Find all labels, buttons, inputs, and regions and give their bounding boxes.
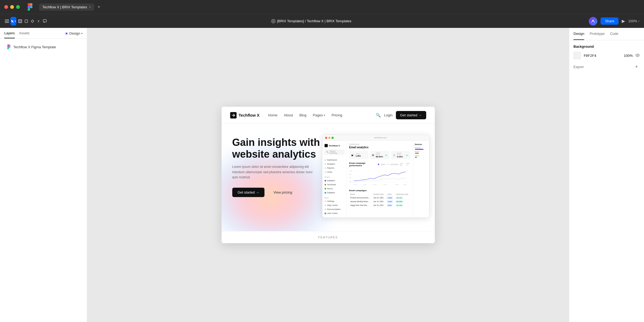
svg-point-12	[273, 20, 274, 22]
svg-text:Jan 20: Jan 20	[395, 184, 399, 185]
new-tab-button[interactable]: +	[95, 3, 103, 11]
dash-chart-legend: SENT ENTERED Jan 22 Jan 1	[378, 162, 410, 166]
svg-text:Jan 24: Jan 24	[403, 184, 407, 185]
comment-tool[interactable]	[42, 17, 47, 25]
device-bar-tablet	[415, 157, 417, 158]
frame-tool[interactable]	[17, 17, 23, 25]
dash-table-section: Email campaigns Email Publish date • Sen…	[349, 189, 410, 207]
svg-rect-3	[19, 20, 22, 23]
nav-home[interactable]: Home	[268, 113, 278, 117]
cell-email-1: Product Announcement...	[349, 196, 372, 200]
fullscreen-button[interactable]	[16, 5, 20, 9]
dash-table: Email Publish date • Sent • Delivered ra…	[349, 193, 410, 207]
hero-title: Gain insights with website analytics	[232, 137, 329, 160]
site-navbar: Techflow X Home About Blog Pages ▾ Prici…	[222, 107, 435, 124]
right-panel-content: Background F0F2F4 100% Export +	[569, 40, 644, 322]
layer-figma-icon	[6, 45, 11, 49]
devices-title: Devices	[415, 143, 428, 145]
play-button[interactable]: ▶	[622, 18, 625, 24]
svg-text:600: 600	[349, 177, 351, 179]
table-row: Product Announcement... Jan 24, 2024 1,0…	[349, 196, 410, 200]
color-hex[interactable]: F0F2F4	[584, 54, 596, 58]
legend-entered	[387, 164, 388, 165]
tab-close-icon[interactable]: ×	[89, 5, 91, 9]
toolbar-center: [BRIX Templates] / Techflow X | BRIX Tem…	[49, 19, 573, 23]
cell-rate-3: 64.78%	[395, 203, 410, 207]
dash-body: Techflow X 🔍 Search anything... Dashboar…	[322, 141, 429, 217]
hero-subtitle: Lorem ipsum dolor sit amet consectetur a…	[232, 164, 318, 180]
svg-rect-1	[5, 21, 9, 21]
table-row: January Monthly News... Jan 14, 2024 2,1…	[349, 200, 410, 203]
device-tablet: Tablet	[415, 155, 428, 158]
nav-about[interactable]: About	[284, 113, 293, 117]
main-area: Layers Assets Design ▾ Techflow X Figma …	[0, 28, 644, 322]
svg-text:Jan 8: Jan 8	[363, 184, 366, 185]
design-frame: Techflow X Home About Blog Pages ▾ Prici…	[222, 107, 435, 243]
dash-devices: Devices Desktop Mobile Tablet	[413, 141, 429, 217]
export-add-button[interactable]: +	[633, 64, 640, 70]
dash-chart-header: Email campaign performance SENT ENTERED …	[349, 162, 410, 167]
nav-pricing[interactable]: Pricing	[332, 113, 342, 117]
stat-icon-sent: ▶	[351, 153, 355, 157]
active-tab[interactable]: Techflow X | BRIX Templates ×	[39, 3, 94, 11]
nav-actions: 🔍 Login Get started →	[376, 111, 426, 119]
device-mobile: Mobile	[415, 151, 428, 154]
legend-sent	[378, 164, 379, 165]
cell-sent-1: 1,090	[386, 196, 395, 200]
stat-icon-open: ✉	[371, 153, 375, 157]
design-dropdown[interactable]: Design ▾	[65, 31, 83, 38]
nav-dot	[325, 213, 326, 214]
pen-tool[interactable]	[30, 17, 35, 25]
cell-email-3: Happy New Year Disc...	[349, 203, 372, 207]
dash-help[interactable]: Help Center	[322, 203, 346, 207]
shape-tool[interactable]	[24, 17, 29, 25]
menu-button[interactable]	[4, 17, 9, 25]
dash-docs[interactable]: Documentation	[322, 207, 346, 211]
hero-cta-button[interactable]: Get started →	[232, 188, 265, 197]
view-pricing-button[interactable]: View pricing	[268, 187, 298, 197]
text-tool[interactable]: T	[36, 17, 41, 25]
svg-text:Jan 10: Jan 10	[373, 184, 376, 185]
tab-bar: Techflow X | BRIX Templates × +	[39, 3, 103, 11]
nav-blog[interactable]: Blog	[299, 113, 306, 117]
tab-assets[interactable]: Assets	[19, 31, 30, 38]
left-panel: Layers Assets Design ▾ Techflow X Figma …	[0, 28, 87, 322]
cell-email-2: January Monthly News...	[349, 200, 372, 203]
visibility-toggle[interactable]	[635, 53, 640, 58]
color-opacity[interactable]: 100%	[624, 54, 633, 58]
search-icon[interactable]: 🔍	[376, 113, 381, 118]
traffic-lights	[4, 5, 20, 9]
cell-rate-2: 82.70%	[395, 200, 410, 203]
select-tool[interactable]	[10, 17, 16, 25]
right-panel: Design Prototype Code Background F0F2F4 …	[569, 28, 644, 322]
table-row: Happy New Year Disc... Jan 16, 2024 1030…	[349, 203, 410, 207]
color-swatch[interactable]	[573, 52, 581, 59]
device-bar-desktop	[415, 149, 424, 150]
dash-settings[interactable]: Settings	[322, 199, 346, 203]
tab-prototype[interactable]: Prototype	[590, 28, 605, 40]
tab-design[interactable]: Design	[573, 28, 584, 40]
cell-sent-3: 1030	[386, 203, 395, 207]
stat-click-rate: ↑ CLICK RATE 3.03% ▲	[391, 151, 410, 159]
nav-pages[interactable]: Pages ▾	[313, 113, 325, 117]
tab-layers[interactable]: Layers	[4, 31, 15, 38]
dash-titlebar: techflow.com	[322, 135, 429, 141]
share-button[interactable]: Share	[601, 17, 619, 25]
hero-actions: Get started → View pricing	[232, 187, 329, 197]
cell-rate-1: 89.74%	[395, 196, 410, 200]
svg-text:T: T	[38, 20, 40, 23]
layer-item[interactable]: Techflow X Figma Template	[4, 43, 83, 51]
dash-user[interactable]: John Carter	[322, 211, 346, 215]
figma-icon	[26, 3, 34, 11]
nav-cta-button[interactable]: Get started →	[396, 111, 426, 119]
right-panel-tabs: Design Prototype Code	[569, 28, 644, 40]
color-row: F0F2F4 100%	[573, 52, 640, 59]
dash-chart-section: Email campaign performance SENT ENTERED …	[349, 162, 410, 187]
tab-code[interactable]: Code	[610, 28, 618, 40]
zoom-level[interactable]: 100% ▾	[628, 19, 640, 23]
features-label: FEATURES	[222, 231, 435, 243]
stat-icon-click: ↑	[393, 153, 396, 157]
nav-login[interactable]: Login	[384, 113, 393, 117]
minimize-button[interactable]	[10, 5, 14, 9]
close-button[interactable]	[4, 5, 8, 9]
